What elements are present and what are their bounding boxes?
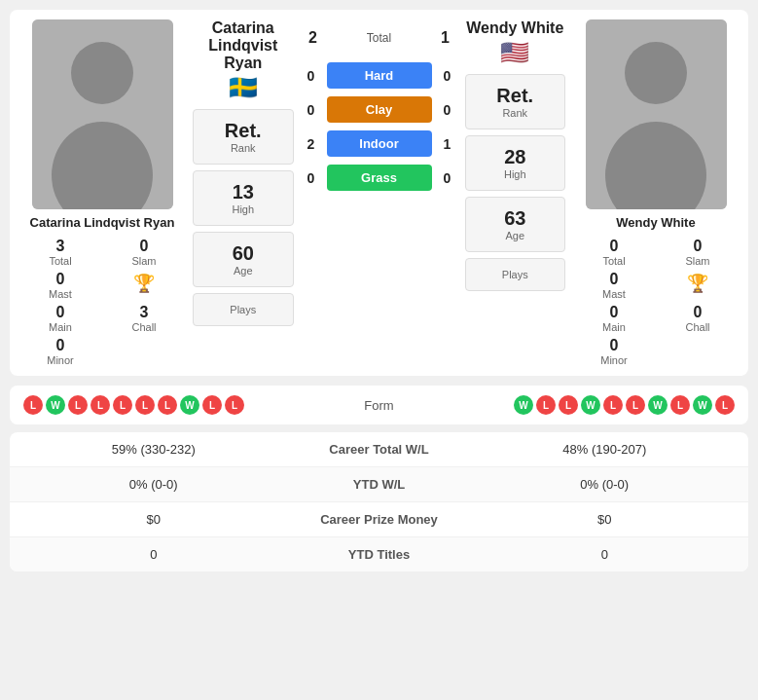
- grass-button[interactable]: Grass: [327, 165, 432, 191]
- left-form-3: L: [68, 395, 88, 415]
- left-form-badges: L W L L L L L W L L: [23, 395, 343, 415]
- indoor-right-num: 1: [438, 136, 457, 152]
- left-form-5: L: [113, 395, 132, 415]
- right-form-7: W: [648, 395, 668, 415]
- grass-left-num: 0: [302, 170, 321, 186]
- surface-row-clay: 0 Clay 0: [302, 96, 457, 123]
- left-rank-label: Rank: [207, 142, 279, 154]
- ytd-titles-label: YTD Titles: [282, 547, 477, 562]
- right-form-5: L: [603, 395, 623, 415]
- right-form-9: W: [693, 395, 712, 415]
- ytd-wl-row: 0% (0-0) YTD W/L 0% (0-0): [10, 467, 748, 502]
- left-form-7: L: [158, 395, 177, 415]
- career-wl-label: Career Total W/L: [282, 442, 477, 457]
- right-player-panel: Wendy White 0 Total 0 Slam 0 Mast 🏆 0 Ma…: [573, 19, 739, 366]
- right-minor-label: Minor: [577, 354, 651, 366]
- right-form-1: W: [514, 395, 533, 415]
- right-slam-label: Slam: [661, 255, 735, 267]
- right-main-value: 0: [577, 304, 651, 321]
- right-plays-label: Plays: [480, 269, 552, 280]
- right-high-label: High: [480, 168, 552, 180]
- main-container: Catarina Lindqvist Ryan 3 Total 0 Slam 0…: [0, 0, 758, 581]
- right-mast-cell: 0 Mast: [577, 271, 651, 300]
- total-left-num: 2: [302, 29, 325, 47]
- ytd-wl-label: YTD W/L: [282, 477, 477, 492]
- right-chall-value: 0: [661, 304, 735, 321]
- right-slam-value: 0: [661, 238, 735, 255]
- left-high-box: 13 High: [193, 170, 294, 226]
- total-row: 2 Total 1: [302, 29, 457, 47]
- right-trophy-icon: 🏆: [661, 273, 735, 300]
- career-wl-left: 59% (330-232): [25, 442, 282, 457]
- left-form-8: W: [180, 395, 199, 415]
- right-total-label: Total: [577, 255, 651, 267]
- left-minor-value: 0: [23, 337, 97, 354]
- center-column: 2 Total 1 0 Hard 0 0 Clay 0 2 Indoor: [302, 19, 457, 366]
- left-slam-cell: 0 Slam: [107, 238, 181, 267]
- left-slam-value: 0: [107, 238, 181, 255]
- left-chall-value: 3: [107, 304, 181, 321]
- right-form-6: L: [626, 395, 645, 415]
- right-flag: 🇺🇸: [500, 39, 529, 66]
- right-high-box: 28 High: [465, 135, 566, 191]
- right-form-10: L: [715, 395, 735, 415]
- surface-row-hard: 0 Hard 0: [302, 62, 457, 89]
- right-plays-box: Plays: [465, 258, 566, 291]
- left-plays-label: Plays: [207, 304, 279, 315]
- clay-button[interactable]: Clay: [327, 96, 432, 123]
- left-flag: 🇸🇪: [229, 74, 258, 101]
- right-total-value: 0: [577, 238, 651, 255]
- svg-point-4: [625, 42, 687, 104]
- right-form-8: L: [670, 395, 690, 415]
- left-player-name: Catarina Lindqvist Ryan: [30, 215, 175, 230]
- indoor-button[interactable]: Indoor: [327, 130, 432, 157]
- surface-row-indoor: 2 Indoor 1: [302, 130, 457, 157]
- left-player-photo: [32, 19, 173, 209]
- form-section: L W L L L L L W L L Form W L L W L L W L…: [10, 386, 748, 424]
- right-total-cell: 0 Total: [577, 238, 651, 267]
- left-player-panel: Catarina Lindqvist Ryan 3 Total 0 Slam 0…: [19, 19, 185, 366]
- left-mast-value: 0: [23, 271, 97, 288]
- surface-buttons: 0 Hard 0 0 Clay 0 2 Indoor 1 0 Grass: [302, 62, 457, 191]
- left-main-value: 0: [23, 304, 97, 321]
- clay-right-num: 0: [438, 102, 457, 118]
- stats-table: 59% (330-232) Career Total W/L 48% (190-…: [10, 432, 748, 571]
- right-form-3: L: [559, 395, 578, 415]
- right-rank-value: Ret.: [480, 85, 552, 107]
- right-middle-stats: Wendy White 🇺🇸 Ret. Rank 28 High 63 Age …: [457, 19, 574, 366]
- left-plays-box: Plays: [193, 293, 294, 326]
- right-player-stats-grid: 0 Total 0 Slam 0 Mast 🏆 0 Main 0: [573, 238, 739, 366]
- left-age-value: 60: [207, 242, 279, 265]
- total-right-num: 1: [433, 29, 456, 47]
- right-rank-label: Rank: [480, 107, 552, 119]
- right-high-value: 28: [480, 146, 552, 168]
- ytd-wl-right: 0% (0-0): [477, 477, 734, 492]
- left-middle-stats: Catarina Lindqvist Ryan 🇸🇪 Ret. Rank 13 …: [185, 19, 302, 366]
- left-total-cell: 3 Total: [23, 238, 97, 267]
- left-form-10: L: [225, 395, 244, 415]
- hard-right-num: 0: [438, 68, 457, 84]
- hard-button[interactable]: Hard: [327, 62, 432, 89]
- right-main-label: Main: [577, 321, 651, 333]
- career-wl-row: 59% (330-232) Career Total W/L 48% (190-…: [10, 432, 748, 467]
- right-mast-value: 0: [577, 271, 651, 288]
- career-wl-right: 48% (190-207): [477, 442, 734, 457]
- prize-money-right: $0: [477, 512, 734, 527]
- right-age-box: 63 Age: [465, 197, 566, 252]
- left-form-1: L: [23, 395, 43, 415]
- right-player-photo: [586, 19, 727, 209]
- right-minor-value: 0: [577, 337, 651, 354]
- left-mast-cell: 0 Mast: [23, 271, 97, 300]
- left-player-name-center: Catarina Lindqvist Ryan: [193, 19, 294, 72]
- left-chall-label: Chall: [107, 321, 181, 333]
- ytd-titles-left: 0: [25, 547, 282, 562]
- surface-row-grass: 0 Grass 0: [302, 165, 457, 191]
- ytd-titles-row: 0 YTD Titles 0: [10, 537, 748, 571]
- prize-money-label: Career Prize Money: [282, 512, 477, 527]
- left-high-value: 13: [207, 181, 279, 203]
- total-label: Total: [367, 31, 391, 45]
- right-age-label: Age: [480, 230, 552, 241]
- right-form-4: W: [581, 395, 600, 415]
- right-minor-cell: 0 Minor: [577, 337, 651, 366]
- left-mast-label: Mast: [23, 288, 97, 300]
